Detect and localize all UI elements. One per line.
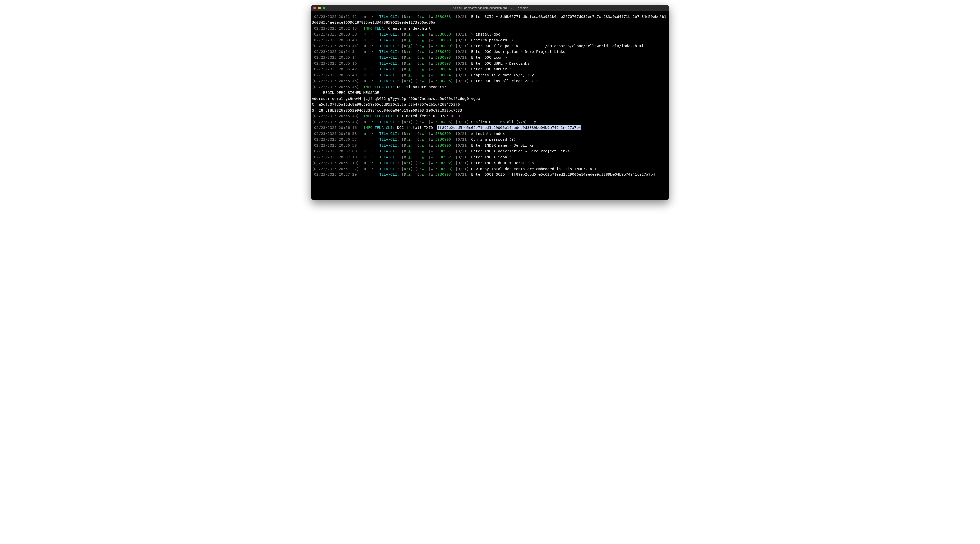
timestamp: [02/23/2025 20:53:44] [312,44,363,48]
timestamp: [02/23/2025 20:55:45] [312,79,363,83]
daemon-status-up-icon: ▲ [408,149,410,153]
block-height: 5030894 [435,73,451,77]
gnomon-status-up-icon: ▲ [422,73,424,77]
cli-label: TELA-CLI: [379,79,402,83]
terminal-line: [02/23/2025 20:55:14] ⠶⠂⠄⠂ TELA-CLI: [D:… [312,55,668,61]
info-label: INFO [363,114,375,118]
braille-spinner-icon: ⠶⠂⠄⠂ [363,161,379,165]
daemon-status-up-icon: ▲ [408,32,410,36]
gnomon-status-up-icon: ▲ [422,137,424,142]
braille-spinner-icon: ⠶⠂⠄⠂ [363,137,379,142]
timestamp: [02/23/2025 20:55:48] [312,114,363,118]
braille-spinner-icon: ⠶⠂⠄⠂ [363,32,379,36]
timestamp: [02/23/2025 20:55:42] [312,67,363,71]
braille-spinner-icon: ⠶⠂⠄⠂ [363,67,379,71]
timestamp: [02/23/2025 20:55:16] [312,61,363,65]
line-body: Compress file data (y/n) » y [471,73,534,77]
braille-spinner-icon: ⠶⠂⠄⠂ [363,55,379,59]
daemon-status-up-icon: ▲ [408,120,410,124]
terminal-line: [02/23/2025 20:55:48] INFO TELA-CLI: Est… [312,113,668,119]
terminal-line: [02/23/2025 20:55:42] ⠶⠂⠄⠂ TELA-CLI: [D:… [312,66,668,72]
braille-spinner-icon: ⠶⠂⠄⠂ [363,38,379,42]
terminal-line: [02/23/2025 20:55:43] ⠶⠂⠄⠂ TELA-CLI: [D:… [312,72,668,78]
terminal-line: [02/23/2025 20:56:57] ⠶⠂⠄⠂ TELA-CLI: [D:… [312,137,668,142]
cli-label: TELA-CLI: [375,85,397,89]
timestamp: [02/23/2025 20:55:43] [312,73,363,77]
terminal-line: [02/23/2025 20:57:29] ⠶⠂⠄⠂ TELA-CLI: [D:… [312,172,668,177]
gnomon-status-up-icon: ▲ [422,166,424,171]
cli-label: TELA-CLI: [379,32,402,36]
gnomon-status-up-icon: ▲ [422,44,424,48]
timestamp: [02/23/2025 20:57:09] [312,149,363,153]
block-height: 5030890 [435,38,451,42]
selected-txid: ff899b2dbd5fe5c62b71eed1c29006e14eedee9d… [438,125,581,130]
daemon-status-up-icon: ▲ [408,73,410,77]
close-icon[interactable] [313,6,316,10]
daemon-status-up-icon: ▲ [408,61,410,65]
gnomon-status-up-icon: ▲ [422,172,424,177]
info-label: INFO [363,125,375,130]
plain-line: C: a5dfc07fd5a15dc8a98c6959a05c5d9530c1b… [312,102,460,107]
traffic-lights [313,6,325,10]
daemon-status-up-icon: ▲ [408,79,410,83]
terminal-line: C: a5dfc07fd5a15dc8a98c6959a05c5d9530c1b… [312,102,668,107]
daemon-status-up-icon: ▲ [408,137,410,142]
block-height: 5030895 [435,79,451,83]
line-body: Enter DOC description » Dero Project Lin… [471,49,565,54]
gnomon-status-up-icon: ▲ [422,155,424,159]
cli-label: TELA-CLI: [379,166,402,171]
gnomon-status-up-icon: ▲ [422,161,424,165]
line-body: Enter DOC file path » /datashards/clone/… [471,44,644,48]
cli-label: TELA-CLI: [379,14,402,19]
terminal-line: [02/23/2025 20:54:34] ⠶⠂⠄⠂ TELA-CLI: [D:… [312,49,668,55]
minimize-icon[interactable] [318,6,321,10]
terminal-output[interactable]: [02/23/2025 20:51:42] ⠶⠂⠄⠂ TELA-CLI: [D:… [311,11,669,180]
braille-spinner-icon: ⠶⠂⠄⠂ [363,44,379,48]
braille-spinner-icon: ⠶⠂⠄⠂ [363,143,379,147]
terminal-line: [02/23/2025 20:52:15] INFO TELA: Creatin… [312,26,668,32]
line-body: Enter INDEX icon » [471,155,511,159]
braille-spinner-icon: ⠶⠂⠄⠂ [363,49,379,54]
info-label: INFO [363,26,375,30]
line-body: How many total documents are embedded in… [471,166,597,171]
terminal-line: [02/23/2025 20:57:27] ⠶⠂⠄⠂ TELA-CLI: [D:… [312,166,668,172]
terminal-line: [02/23/2025 20:57:09] ⠶⠂⠄⠂ TELA-CLI: [D:… [312,148,668,154]
gnomon-status-up-icon: ▲ [422,131,424,136]
line-body: Confirm password » [471,38,514,42]
terminal-line: [02/23/2025 20:57:18] ⠶⠂⠄⠂ TELA-CLI: [D:… [312,154,668,160]
terminal-line: S: 28fbf8b2826a855399463d3984ccb84d6a044… [312,107,668,113]
gnomon-status-up-icon: ▲ [422,49,424,54]
daemon-status-up-icon: ▲ [408,67,410,71]
timestamp: [02/23/2025 20:54:34] [312,49,363,54]
line-body: Enter INDEX description » Dero Project L… [471,149,570,153]
line-body: Enter DOC1 SCID » ff899b2dbd5fe5c62b71ee… [471,172,655,177]
block-height: 5030893 [435,61,451,65]
daemon-status-up-icon: ▲ [408,172,410,177]
timestamp: [02/23/2025 20:57:27] [312,166,363,171]
info-label: INFO [363,85,375,89]
braille-spinner-icon: ⠶⠂⠄⠂ [363,149,379,153]
gnomon-status-up-icon: ▲ [422,61,424,65]
dero-unit: DERO [451,114,460,118]
cli-label: TELA-CLI: [379,67,402,71]
block-height: 5030883 [435,14,451,19]
cli-label: TELA-CLI: [379,55,402,59]
braille-spinner-icon: ⠶⠂⠄⠂ [363,61,379,65]
braille-spinner-icon: ⠶⠂⠄⠂ [363,79,379,83]
timestamp: [02/23/2025 20:56:16] [312,125,363,130]
terminal-line: [02/23/2025 20:56:53] ⠶⠂⠄⠂ TELA-CLI: [D:… [312,131,668,137]
cli-label: TELA-CLI: [379,137,402,142]
block-height: 5030896 [435,120,451,124]
gnomon-status-up-icon: ▲ [422,32,424,36]
terminal-line: [02/23/2025 20:55:45] ⠶⠂⠄⠂ TELA-CLI: [D:… [312,78,668,84]
braille-spinner-icon: ⠶⠂⠄⠂ [363,172,379,177]
terminal-window: ./tela-cli --daemon=node.derofoundation.… [311,5,669,200]
timestamp: [02/23/2025 20:55:14] [312,55,363,59]
block-height: 5030900 [435,137,451,142]
gnomon-status-up-icon: ▲ [422,120,424,124]
terminal-line: [02/23/2025 20:55:48] ⠶⠂⠄⠂ TELA-CLI: [D:… [312,119,668,125]
cli-label: TELA-CLI: [375,114,397,118]
cli-label: TELA-CLI: [379,131,402,136]
block-height: 5030900 [435,143,451,147]
zoom-icon[interactable] [323,6,325,10]
